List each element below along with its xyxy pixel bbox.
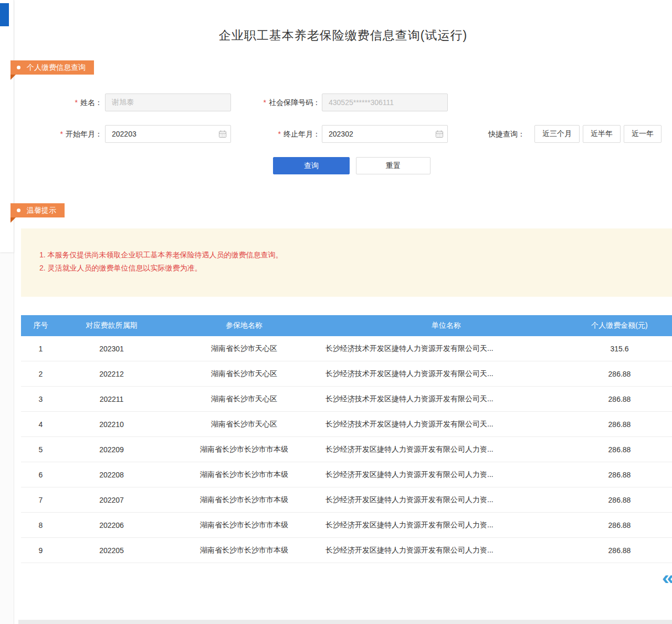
- quick-query-group: 近三个月 近半年 近一年: [534, 125, 662, 143]
- notice-line: 1. 本服务仅提供尚未领取企业职工基本养老保险待遇人员的缴费信息查询。: [39, 248, 662, 262]
- ssn-field: [322, 93, 448, 111]
- cell-employer: 长沙经济技术开发区捷特人力资源开发有限公司天...: [326, 336, 567, 361]
- cell-period: 202206: [60, 513, 163, 537]
- quick-btn-1year[interactable]: 近一年: [624, 125, 662, 143]
- cell-employer: 长沙经济开发区捷特人力资源开发有限公司人力资...: [326, 462, 567, 487]
- cell-period: 202212: [60, 361, 163, 386]
- calendar-icon[interactable]: [435, 130, 444, 138]
- notice-box: 1. 本服务仅提供尚未领取企业职工基本养老保险待遇人员的缴费信息查询。 2. 灵…: [21, 228, 672, 297]
- query-button[interactable]: 查询: [273, 157, 350, 174]
- page-title: 企业职工基本养老保险缴费信息查询(试运行): [14, 27, 672, 44]
- end-month-field-wrap: [322, 125, 448, 143]
- cell-employer: 长沙经济开发区捷特人力资源开发有限公司人力资...: [326, 538, 567, 563]
- cell-region: 湖南省长沙市天心区: [163, 412, 326, 436]
- cell-index: 2: [21, 361, 60, 386]
- section-tag-tips: 温馨提示: [10, 203, 65, 217]
- cell-period: 202205: [60, 538, 163, 563]
- cell-amount: 286.88: [567, 487, 672, 512]
- table-row: 8 202206 湖南省长沙市长沙市市本级 长沙经济开发区捷特人力资源开发有限公…: [21, 513, 672, 538]
- cell-index: 5: [21, 437, 60, 462]
- cell-index: 6: [21, 462, 60, 487]
- section-tag-label: 温馨提示: [27, 203, 56, 217]
- cell-period: 202301: [60, 336, 163, 361]
- required-asterisk: *: [278, 130, 281, 138]
- table-row: 2 202212 湖南省长沙市天心区 长沙经济技术开发区捷特人力资源开发有限公司…: [21, 361, 672, 387]
- cell-index: 9: [21, 538, 60, 563]
- bullet-dot-icon: [17, 66, 20, 69]
- reset-button[interactable]: 重置: [356, 157, 430, 174]
- cell-employer: 长沙经济技术开发区捷特人力资源开发有限公司天...: [326, 387, 567, 411]
- table-header-cell: 对应费款所属期: [60, 315, 163, 336]
- cell-amount: 286.88: [567, 538, 672, 563]
- calendar-icon[interactable]: [218, 130, 227, 138]
- required-asterisk: *: [60, 130, 63, 138]
- cell-region: 湖南省长沙市天心区: [163, 387, 326, 411]
- table-header-cell: 个人缴费金额(元): [567, 315, 672, 336]
- notice-line: 2. 灵活就业人员的缴费单位信息以实际缴费为准。: [39, 262, 662, 275]
- cell-period: 202208: [60, 462, 163, 487]
- quick-query-label: 快捷查询：: [488, 125, 531, 143]
- cell-index: 7: [21, 487, 60, 512]
- cell-region: 湖南省长沙市天心区: [163, 336, 326, 361]
- ssn-label: *社会保障号码：: [231, 93, 320, 111]
- payment-table: 序号 对应费款所属期 参保地名称 单位名称 个人缴费金额(元) 1 202301…: [21, 315, 672, 563]
- bottom-edge-strip: [18, 620, 672, 624]
- required-asterisk: *: [264, 98, 266, 107]
- table-header-cell: 单位名称: [326, 315, 567, 336]
- double-left-chevron-icon[interactable]: «: [662, 568, 672, 587]
- cell-region: 湖南省长沙市长沙市市本级: [163, 513, 326, 537]
- table-header-cell: 参保地名称: [163, 315, 326, 336]
- start-month-field[interactable]: [105, 125, 231, 143]
- section-tag-personal-query: 个人缴费信息查询: [10, 60, 94, 75]
- quick-btn-halfyear[interactable]: 近半年: [583, 125, 621, 143]
- cell-period: 202209: [60, 437, 163, 462]
- cell-amount: 286.88: [567, 437, 672, 462]
- table-row: 4 202210 湖南省长沙市天心区 长沙经济技术开发区捷特人力资源开发有限公司…: [21, 412, 672, 437]
- cell-employer: 长沙经济开发区捷特人力资源开发有限公司人力资...: [326, 437, 567, 462]
- cell-period: 202210: [60, 412, 163, 436]
- cell-employer: 长沙经济技术开发区捷特人力资源开发有限公司天...: [326, 361, 567, 386]
- tag-fold-decoration: [10, 75, 16, 80]
- cell-region: 湖南省长沙市长沙市市本级: [163, 462, 326, 487]
- table-row: 1 202301 湖南省长沙市天心区 长沙经济技术开发区捷特人力资源开发有限公司…: [21, 336, 672, 361]
- table-row: 7 202207 湖南省长沙市长沙市市本级 长沙经济开发区捷特人力资源开发有限公…: [21, 487, 672, 513]
- tag-fold-decoration: [10, 217, 16, 223]
- ssn-field-wrap: [322, 93, 448, 111]
- cell-period: 202207: [60, 487, 163, 512]
- end-month-field[interactable]: [322, 125, 448, 143]
- cell-amount: 286.88: [567, 513, 672, 537]
- cell-region: 湖南省长沙市长沙市市本级: [163, 538, 326, 563]
- cell-amount: 286.88: [567, 462, 672, 487]
- table-header-row: 序号 对应费款所属期 参保地名称 单位名称 个人缴费金额(元): [21, 315, 672, 336]
- name-field-wrap: [105, 93, 231, 111]
- sidebar-handle[interactable]: [0, 3, 9, 26]
- cell-amount: 286.88: [567, 387, 672, 411]
- quick-btn-3months[interactable]: 近三个月: [534, 125, 580, 143]
- cell-region: 湖南省长沙市长沙市市本级: [163, 487, 326, 512]
- page: 企业职工基本养老保险缴费信息查询(试运行) 个人缴费信息查询 *姓名： *社会保…: [0, 0, 672, 624]
- cell-employer: 长沙经济开发区捷特人力资源开发有限公司人力资...: [326, 513, 567, 537]
- start-month-label: *开始年月：: [32, 125, 102, 143]
- cell-region: 湖南省长沙市天心区: [163, 361, 326, 386]
- required-asterisk: *: [75, 98, 78, 107]
- cell-region: 湖南省长沙市长沙市市本级: [163, 437, 326, 462]
- cell-employer: 长沙经济开发区捷特人力资源开发有限公司人力资...: [326, 487, 567, 512]
- table-row: 9 202205 湖南省长沙市长沙市市本级 长沙经济开发区捷特人力资源开发有限公…: [21, 538, 672, 563]
- cell-employer: 长沙经济技术开发区捷特人力资源开发有限公司天...: [326, 412, 567, 436]
- table-row: 5 202209 湖南省长沙市长沙市市本级 长沙经济开发区捷特人力资源开发有限公…: [21, 437, 672, 462]
- table-row: 6 202208 湖南省长沙市长沙市市本级 长沙经济开发区捷特人力资源开发有限公…: [21, 462, 672, 487]
- cell-amount: 286.88: [567, 361, 672, 386]
- section-tag-label: 个人缴费信息查询: [27, 60, 86, 75]
- start-month-field-wrap: [105, 125, 231, 143]
- form-actions: 查询 重置: [273, 157, 430, 174]
- cell-period: 202211: [60, 387, 163, 411]
- bullet-dot-icon: [17, 209, 20, 212]
- cell-amount: 286.88: [567, 412, 672, 436]
- end-month-label: *终止年月：: [231, 125, 320, 143]
- name-field: [105, 93, 231, 111]
- cell-amount: 315.6: [567, 336, 672, 361]
- cell-index: 3: [21, 387, 60, 411]
- name-label: *姓名：: [32, 93, 102, 111]
- cell-index: 8: [21, 513, 60, 537]
- cell-index: 4: [21, 412, 60, 436]
